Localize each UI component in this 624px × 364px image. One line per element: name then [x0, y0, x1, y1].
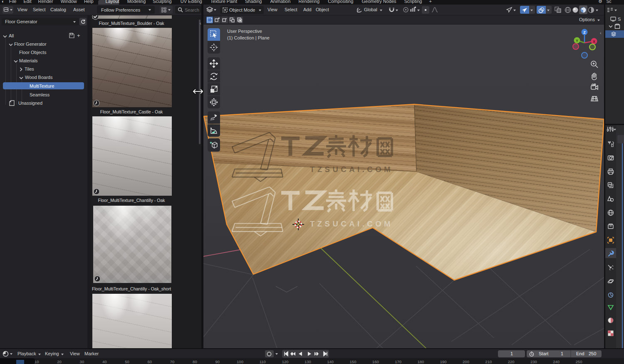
svg-text:Y: Y — [576, 39, 578, 43]
svg-text:Z: Z — [583, 30, 586, 34]
svg-text:X: X — [593, 39, 595, 44]
